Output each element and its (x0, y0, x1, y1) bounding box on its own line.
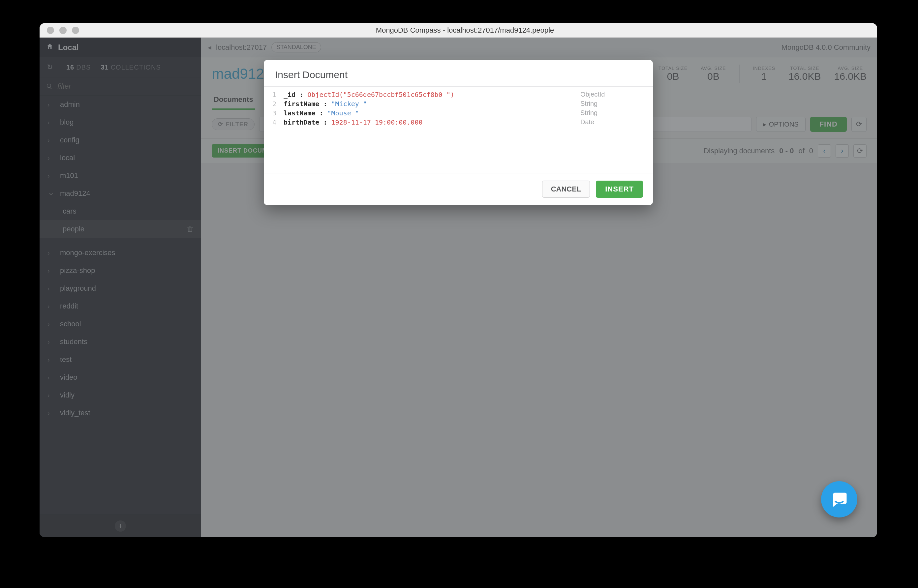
field-value[interactable]: ObjectId("5c66de67bccbf501c65cf8b0 ") (307, 90, 454, 99)
chat-icon (830, 490, 848, 508)
field-key[interactable]: lastName (284, 109, 319, 117)
modal-field-_id[interactable]: 1_id : ObjectId("5c66de67bccbf501c65cf8b… (264, 90, 653, 99)
modal-body[interactable]: 1_id : ObjectId("5c66de67bccbf501c65cf8b… (264, 86, 653, 173)
insert-button[interactable]: INSERT (596, 181, 643, 198)
field-value[interactable]: "Mouse " (327, 109, 359, 117)
window-title: MongoDB Compass - localhost:27017/mad912… (66, 26, 864, 35)
field-type[interactable]: String (580, 100, 643, 107)
traffic-minimize[interactable] (59, 27, 66, 34)
line-number: 1 (264, 90, 284, 99)
field-key[interactable]: _id (284, 90, 299, 99)
modal-field-firstName[interactable]: 2firstName : "Mickey "String (264, 99, 653, 108)
modal-field-lastName[interactable]: 3lastName : "Mouse "String (264, 108, 653, 118)
field-key[interactable]: firstName (284, 100, 323, 108)
field-value[interactable]: "Mickey " (331, 100, 367, 108)
intercom-button[interactable] (821, 481, 857, 517)
line-number: 4 (264, 118, 284, 126)
field-type[interactable]: String (580, 109, 643, 117)
field-value[interactable]: 1928-11-17 19:00:00.000 (331, 118, 423, 126)
insert-document-modal: Insert Document 1_id : ObjectId("5c66de6… (264, 60, 653, 205)
field-type[interactable]: Date (580, 118, 643, 126)
line-number: 2 (264, 100, 284, 108)
line-number: 3 (264, 109, 284, 117)
modal-field-birthDate[interactable]: 4birthDate : 1928-11-17 19:00:00.000Date (264, 118, 653, 127)
traffic-close[interactable] (47, 27, 54, 34)
modal-title: Insert Document (264, 60, 653, 86)
modal-overlay: Insert Document 1_id : ObjectId("5c66de6… (40, 37, 877, 537)
field-type[interactable]: ObjectId (580, 90, 643, 98)
window-titlebar: MongoDB Compass - localhost:27017/mad912… (40, 23, 877, 37)
field-key[interactable]: birthDate (284, 118, 323, 126)
cancel-button[interactable]: CANCEL (542, 181, 590, 198)
